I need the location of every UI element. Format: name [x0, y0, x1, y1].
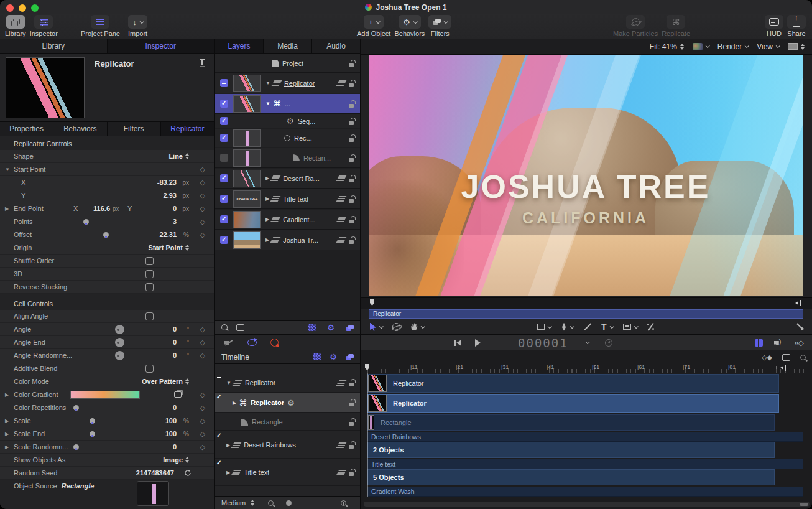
timeline-row-replicator[interactable]: ▶ ⌘ Replicator ⚙: [215, 393, 360, 413]
show-objects-as-row[interactable]: Show Objects As Image: [0, 454, 214, 467]
import-button[interactable]: ↓ Import: [128, 15, 147, 37]
search-icon[interactable]: [221, 324, 229, 332]
keyframe-diamond-icon[interactable]: ◇: [200, 443, 205, 451]
go-to-start-button[interactable]: [454, 340, 461, 346]
pan-tool[interactable]: [410, 323, 424, 330]
keyframe-diamond-icon[interactable]: ◇: [200, 179, 205, 187]
canvas-selection-bar[interactable]: Replicator: [369, 309, 803, 319]
end-point-row[interactable]: ▶ End Point X 116.6 px Y 0 px ◇: [0, 202, 214, 215]
start-point-row[interactable]: ▼ Start Point ◇: [0, 163, 214, 176]
x-value-field[interactable]: -83.23: [157, 179, 177, 186]
timeline-row-replicator-group[interactable]: ▼ Replicator: [215, 373, 360, 393]
points-value-field[interactable]: 3: [173, 218, 177, 225]
disclosure-open-icon[interactable]: ▼: [265, 101, 270, 106]
render-popup[interactable]: Render: [717, 42, 748, 51]
select-tool[interactable]: [370, 323, 382, 331]
lock-icon[interactable]: [349, 441, 355, 449]
tab-layers[interactable]: Layers: [215, 39, 264, 53]
track-replicator-selected[interactable]: Replicator: [367, 394, 779, 413]
additive-blend-row[interactable]: Additive Blend: [0, 362, 214, 375]
bezier-tool[interactable]: [561, 323, 573, 331]
orbit-3d-tool[interactable]: [392, 323, 400, 331]
tab-audio[interactable]: Audio: [312, 39, 360, 53]
disclosure-closed-icon[interactable]: ▶: [233, 400, 236, 406]
filters-button[interactable]: Filters: [428, 15, 451, 37]
lock-icon[interactable]: [349, 399, 355, 406]
disclosure-closed-icon[interactable]: ▶: [226, 442, 230, 448]
add-object-button[interactable]: + Add Object: [357, 15, 390, 37]
pin-icon[interactable]: [199, 59, 205, 68]
origin-popup[interactable]: Start Point: [148, 244, 189, 251]
canvas-mini-timeline[interactable]: [361, 297, 812, 309]
tab-inspector[interactable]: Inspector: [108, 39, 215, 53]
behaviors-filter-icon[interactable]: ⚙: [330, 352, 337, 362]
3d-row[interactable]: 3D: [0, 268, 214, 281]
lock-icon[interactable]: [349, 118, 355, 125]
angle-row[interactable]: Angle 0 ° ◇: [0, 323, 214, 336]
keyframe-diamond-icon[interactable]: ◇: [200, 430, 205, 438]
share-button[interactable]: Share: [787, 15, 806, 37]
disclosure-closed-icon[interactable]: ▶: [226, 470, 230, 475]
replicators-filter-icon[interactable]: [313, 353, 321, 360]
filmstrip-view-icon[interactable]: [236, 324, 244, 331]
origin-row[interactable]: Origin Start Point: [0, 241, 214, 254]
keyframes-icon[interactable]: ‹‹◇: [795, 339, 803, 347]
object-source-thumbnail[interactable]: [137, 481, 169, 506]
scale-randomness-field[interactable]: 0: [173, 443, 177, 451]
visibility-checkbox[interactable]: [220, 174, 228, 182]
lock-icon[interactable]: [349, 100, 355, 108]
align-angle-checkbox[interactable]: [145, 312, 154, 320]
color-mode-row[interactable]: Color Mode Over Pattern: [0, 375, 214, 388]
visibility-checkbox[interactable]: [220, 195, 228, 203]
keyframe-diamond-icon[interactable]: ◇: [200, 339, 205, 347]
behaviors-filter-icon[interactable]: ⚙: [327, 323, 334, 332]
lock-icon[interactable]: [349, 60, 355, 67]
layer-row-replicator-group[interactable]: ▼ Replicator: [215, 73, 360, 93]
lock-icon[interactable]: [349, 80, 355, 87]
hud-button[interactable]: HUD: [765, 15, 783, 37]
shuffle-order-checkbox[interactable]: [145, 257, 154, 265]
layer-row-desert-rainbows[interactable]: ▶ Desert Ra...: [215, 169, 360, 189]
end-marker-icon[interactable]: [782, 365, 786, 371]
mask-tool[interactable]: [623, 324, 637, 330]
visibility-checkbox[interactable]: [220, 154, 228, 162]
layer-row-title-text[interactable]: JOSHUA TREE ▶ Title text: [215, 189, 360, 209]
start-point-x-row[interactable]: X -83.23 px ◇: [0, 176, 214, 189]
zoom-in-icon[interactable]: [341, 500, 346, 506]
offset-value-field[interactable]: 22.31: [159, 231, 177, 238]
playhead-line[interactable]: [367, 373, 368, 497]
disclosure-closed-icon[interactable]: ▶: [265, 196, 269, 202]
disclosure-open-icon[interactable]: ▼: [226, 380, 231, 386]
angle-randomness-value-field[interactable]: 0: [173, 352, 177, 359]
show-objects-as-popup[interactable]: Image: [163, 456, 189, 464]
track-title-objects[interactable]: 5 Objects: [367, 469, 775, 485]
keyframe-diamond-icon[interactable]: ◇: [200, 404, 205, 412]
lock-icon[interactable]: [349, 418, 355, 426]
play-button[interactable]: [475, 339, 481, 347]
tab-properties[interactable]: Properties: [0, 122, 53, 136]
additive-blend-checkbox[interactable]: [145, 365, 154, 373]
filmstrip-icon[interactable]: [782, 354, 790, 361]
layout-popup[interactable]: [788, 43, 805, 50]
disclosure-open-icon[interactable]: ▼: [265, 80, 270, 86]
track-desert-objects[interactable]: 2 Objects: [367, 442, 775, 458]
track-header-title-text[interactable]: Title text: [367, 459, 803, 469]
scale-randomness-row[interactable]: ▶ Scale Randomn... 0 ◇: [0, 441, 214, 454]
layer-row-rectangle[interactable]: Rectan...: [215, 148, 360, 168]
reverse-stacking-checkbox[interactable]: [145, 283, 154, 291]
angle-dial[interactable]: [115, 325, 124, 334]
y-value-field[interactable]: 2.93: [164, 192, 177, 199]
keyframe-diamond-icon[interactable]: ◇: [200, 417, 205, 425]
offset-slider[interactable]: [73, 232, 129, 238]
timecode-popup-chevron[interactable]: [585, 340, 589, 344]
keyframe-pair-icon[interactable]: ◇◆: [762, 353, 772, 362]
track-rectangle[interactable]: Rectangle: [367, 414, 775, 431]
layer-row-replicator-selected[interactable]: ▼ ⌘ ...: [215, 94, 360, 114]
visibility-checkbox[interactable]: [220, 117, 228, 125]
keyframe-diamond-icon[interactable]: ◇: [200, 218, 205, 226]
shape-row[interactable]: Shape Line: [0, 150, 214, 163]
disclosure-closed-icon[interactable]: ▶: [265, 217, 269, 222]
disclosure-closed-icon[interactable]: ▶: [5, 206, 9, 212]
disclosure-open-icon[interactable]: ▼: [5, 167, 10, 172]
lock-icon[interactable]: [349, 216, 355, 223]
